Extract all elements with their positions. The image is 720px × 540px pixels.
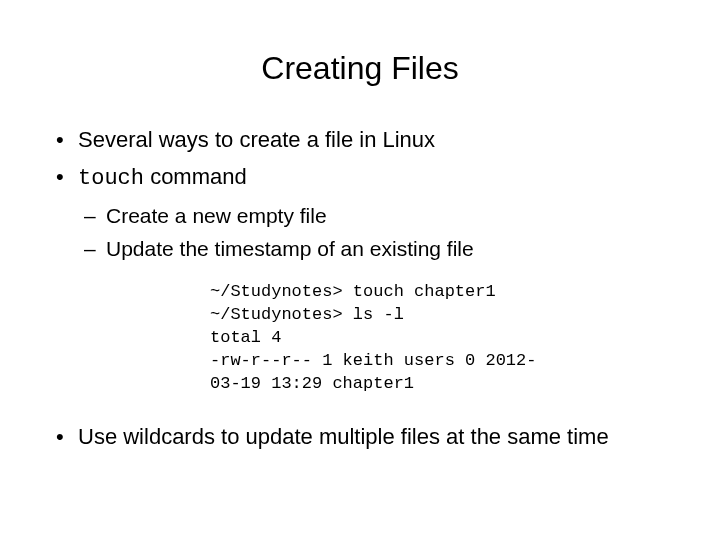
- bullet-text: command: [144, 164, 247, 189]
- code-inline: touch: [78, 166, 144, 191]
- slide: Creating Files Several ways to create a …: [0, 0, 720, 540]
- bullet-item: Use wildcards to update multiple files a…: [50, 422, 670, 453]
- bullet-item: touch command: [50, 162, 670, 195]
- code-block: ~/Studynotes> touch chapter1 ~/Studynote…: [210, 281, 670, 396]
- bullet-list: Several ways to create a file in Linux t…: [50, 125, 670, 453]
- slide-title: Creating Files: [50, 50, 670, 87]
- bullet-item: Several ways to create a file in Linux: [50, 125, 670, 156]
- sub-bullet-item: Update the timestamp of an existing file: [78, 234, 670, 263]
- sub-bullet-item: Create a new empty file: [78, 201, 670, 230]
